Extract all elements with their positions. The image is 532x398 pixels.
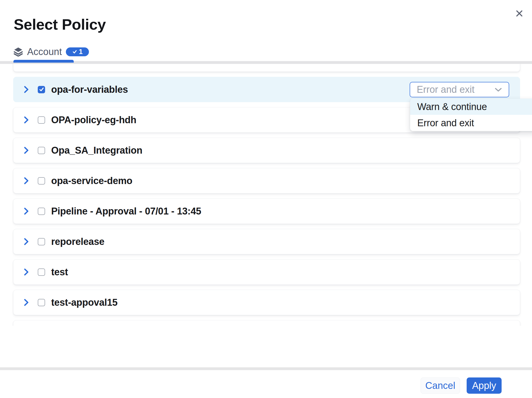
chevron-right-icon xyxy=(24,238,29,246)
policy-name: opa-service-demo xyxy=(51,175,132,186)
expand-chevron-button[interactable] xyxy=(23,267,30,277)
policy-checkbox[interactable] xyxy=(38,238,45,245)
policy-row-partial-bottom xyxy=(13,320,520,326)
policy-name: reporelease xyxy=(51,236,104,247)
badge-count: 1 xyxy=(79,48,83,56)
policy-checkbox[interactable] xyxy=(38,86,45,93)
dropdown-option-error-exit[interactable]: Error and exit xyxy=(410,115,532,131)
policy-name: Opa_SA_Integration xyxy=(51,145,142,156)
expand-chevron-button[interactable] xyxy=(23,297,30,307)
chevron-right-icon xyxy=(24,207,29,215)
chevron-down-icon xyxy=(495,87,502,92)
chevron-right-icon xyxy=(24,298,29,306)
policy-row-partial-top xyxy=(13,64,520,72)
header-divider xyxy=(0,61,532,64)
tab-account-label: Account xyxy=(27,46,62,57)
policy-name: opa-for-variables xyxy=(51,84,128,95)
apply-button[interactable]: Apply xyxy=(467,377,502,394)
active-tab-underline xyxy=(13,60,74,63)
policy-checkbox[interactable] xyxy=(38,177,45,185)
policy-row: reporelease xyxy=(13,229,520,254)
policy-row: Opa_SA_Integration xyxy=(13,138,520,163)
expand-chevron-button[interactable] xyxy=(23,115,30,125)
policy-name: test xyxy=(51,267,68,278)
dropdown-option-warn-continue[interactable]: Warn & continue xyxy=(410,99,532,115)
cancel-button[interactable]: Cancel xyxy=(421,377,460,394)
policy-row: test xyxy=(13,259,520,285)
expand-chevron-button[interactable] xyxy=(23,176,30,186)
chevron-right-icon xyxy=(24,177,29,185)
policy-row: opa-for-variables Error and exit xyxy=(13,77,520,102)
selected-count-badge: 1 xyxy=(66,47,89,56)
expand-chevron-button[interactable] xyxy=(23,206,30,216)
layers-icon xyxy=(13,47,23,57)
chevron-right-icon xyxy=(24,116,29,124)
action-select-value: Error and exit xyxy=(417,84,495,95)
policy-checkbox[interactable] xyxy=(38,208,45,215)
policy-name: Pipeline - Approval - 07/01 - 13:45 xyxy=(51,206,201,217)
expand-chevron-button[interactable] xyxy=(23,145,30,155)
chevron-right-icon xyxy=(24,146,29,154)
check-icon xyxy=(39,87,44,92)
check-icon xyxy=(72,49,77,54)
tab-account[interactable]: Account 1 xyxy=(13,45,89,58)
close-icon xyxy=(515,9,524,19)
select-policy-dialog: Select Policy Account 1 xyxy=(0,0,532,398)
policy-name: test-appoval15 xyxy=(51,297,118,308)
policy-checkbox[interactable] xyxy=(38,147,45,154)
chevron-right-icon xyxy=(24,85,29,94)
chevron-right-icon xyxy=(24,268,29,276)
expand-chevron-button[interactable] xyxy=(23,84,30,95)
policy-row: opa-service-demo xyxy=(13,168,520,193)
policy-row: Pipeline - Approval - 07/01 - 13:45 xyxy=(13,198,520,224)
expand-chevron-button[interactable] xyxy=(23,237,30,247)
policy-row: test-appoval15 xyxy=(13,290,520,315)
footer-divider xyxy=(0,367,532,370)
action-select-dropdown: Warn & continue Error and exit xyxy=(410,99,532,131)
policy-checkbox[interactable] xyxy=(38,268,45,276)
close-button[interactable] xyxy=(514,8,525,19)
policy-checkbox[interactable] xyxy=(38,299,45,306)
policy-name: OPA-policy-eg-hdh xyxy=(51,115,136,125)
page-title: Select Policy xyxy=(14,16,106,33)
action-select[interactable]: Error and exit xyxy=(410,82,509,97)
policy-checkbox[interactable] xyxy=(38,116,45,124)
